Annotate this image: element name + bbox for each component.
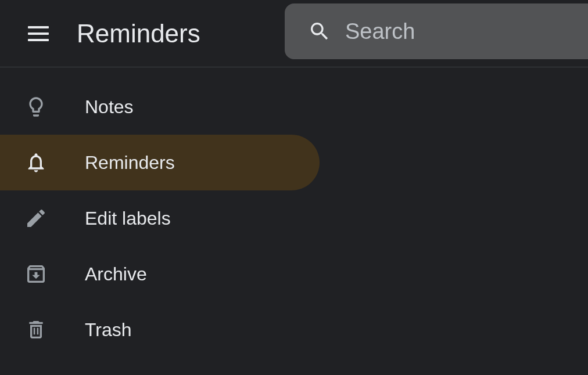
svg-rect-0 — [34, 328, 35, 335]
sidebar-item-trash[interactable]: Trash — [0, 302, 320, 358]
menu-button[interactable] — [24, 20, 52, 48]
trash-icon — [24, 318, 48, 341]
sidebar-item-edit-labels[interactable]: Edit labels — [0, 190, 320, 246]
hamburger-icon — [28, 26, 49, 41]
lightbulb-icon — [24, 95, 48, 118]
archive-icon — [24, 262, 48, 286]
sidebar-item-label: Edit labels — [85, 208, 171, 229]
page-title: Reminders — [77, 19, 200, 48]
pencil-icon — [24, 207, 48, 230]
sidebar-item-notes[interactable]: Notes — [0, 79, 320, 135]
sidebar-item-label: Trash — [85, 319, 132, 341]
search-bar[interactable] — [285, 3, 588, 59]
sidebar-item-label: Archive — [85, 264, 147, 285]
search-icon — [306, 17, 334, 45]
sidebar-item-label: Notes — [85, 96, 134, 118]
sidebar-item-label: Reminders — [85, 152, 175, 174]
svg-rect-1 — [37, 328, 39, 335]
sidebar: Notes Reminders Edit labels Archive — [0, 67, 588, 358]
sidebar-item-reminders[interactable]: Reminders — [0, 135, 320, 190]
header: Reminders — [0, 0, 588, 67]
bell-icon — [24, 151, 48, 174]
sidebar-item-archive[interactable]: Archive — [0, 246, 320, 302]
search-input[interactable] — [345, 19, 578, 44]
